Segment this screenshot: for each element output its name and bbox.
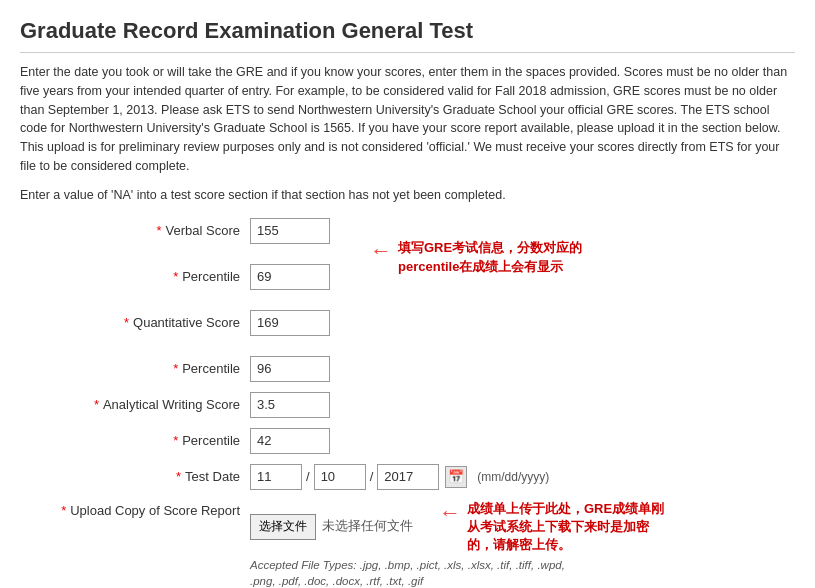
verbal-percentile-row: *Percentile bbox=[20, 264, 330, 290]
na-note-text: Enter a value of 'NA' into a test score … bbox=[20, 188, 795, 202]
upload-row: *Upload Copy of Score Report 选择文件 未选择任何文… bbox=[20, 500, 795, 589]
required-star: * bbox=[61, 503, 66, 518]
required-star: * bbox=[94, 397, 99, 412]
analytical-writing-score-row: *Analytical Writing Score bbox=[20, 392, 795, 418]
test-date-year-input[interactable] bbox=[377, 464, 439, 490]
date-inputs: / / 📅 (mm/dd/yyyy) bbox=[250, 464, 549, 490]
verbal-score-input[interactable] bbox=[250, 218, 330, 244]
analytical-percentile-input[interactable] bbox=[250, 428, 330, 454]
annotation-1: ← 填写GRE考试信息，分数对应的percentile在成绩上会有显示 bbox=[370, 238, 620, 277]
quantitative-percentile-label: *Percentile bbox=[20, 361, 250, 376]
calendar-icon[interactable]: 📅 bbox=[445, 466, 467, 488]
verbal-score-label: *Verbal Score bbox=[20, 223, 250, 238]
description-text: Enter the date you took or will take the… bbox=[20, 63, 795, 176]
verbal-score-row: *Verbal Score bbox=[20, 218, 330, 244]
accepted-file-types: Accepted File Types: .jpg, .bmp, .pict, … bbox=[250, 557, 590, 589]
date-separator-1: / bbox=[306, 469, 310, 484]
analytical-percentile-row: *Percentile bbox=[20, 428, 795, 454]
upload-content: 选择文件 未选择任何文件 ← 成绩单上传于此处，GRE成绩单刚从考试系统上下载下… bbox=[250, 500, 669, 589]
required-star: * bbox=[173, 361, 178, 376]
verbal-percentile-label: *Percentile bbox=[20, 269, 250, 284]
date-format-hint: (mm/dd/yyyy) bbox=[477, 470, 549, 484]
gre-form: *Verbal Score *Percentile *Quantitative … bbox=[20, 218, 795, 589]
required-star: * bbox=[173, 269, 178, 284]
quantitative-score-row: *Quantitative Score bbox=[20, 310, 330, 336]
quantitative-percentile-row: *Percentile bbox=[20, 356, 330, 382]
analytical-writing-score-label: *Analytical Writing Score bbox=[20, 397, 250, 412]
upload-controls: 选择文件 未选择任何文件 ← 成绩单上传于此处，GRE成绩单刚从考试系统上下载下… bbox=[250, 500, 669, 554]
test-date-month-input[interactable] bbox=[250, 464, 302, 490]
required-star: * bbox=[124, 315, 129, 330]
verbal-percentile-input[interactable] bbox=[250, 264, 330, 290]
annotation-2-arrow-icon: ← bbox=[439, 500, 461, 526]
test-date-label: *Test Date bbox=[20, 469, 250, 484]
quantitative-score-input[interactable] bbox=[250, 310, 330, 336]
no-file-text: 未选择任何文件 bbox=[322, 518, 413, 535]
analytical-percentile-label: *Percentile bbox=[20, 433, 250, 448]
required-star: * bbox=[176, 469, 181, 484]
test-date-row: *Test Date / / 📅 (mm/dd/yyyy) bbox=[20, 464, 795, 490]
choose-file-button[interactable]: 选择文件 bbox=[250, 514, 316, 540]
date-separator-2: / bbox=[370, 469, 374, 484]
annotation-arrow-icon: ← bbox=[370, 238, 392, 264]
test-date-day-input[interactable] bbox=[314, 464, 366, 490]
annotation-2: ← 成绩单上传于此处，GRE成绩单刚从考试系统上下载下来时是加密的，请解密上传。 bbox=[439, 500, 669, 554]
analytical-writing-score-input[interactable] bbox=[250, 392, 330, 418]
quantitative-percentile-input[interactable] bbox=[250, 356, 330, 382]
required-star: * bbox=[157, 223, 162, 238]
quantitative-score-label: *Quantitative Score bbox=[20, 315, 250, 330]
required-star: * bbox=[173, 433, 178, 448]
upload-label: *Upload Copy of Score Report bbox=[20, 500, 250, 518]
page-title: Graduate Record Examination General Test bbox=[20, 18, 795, 53]
